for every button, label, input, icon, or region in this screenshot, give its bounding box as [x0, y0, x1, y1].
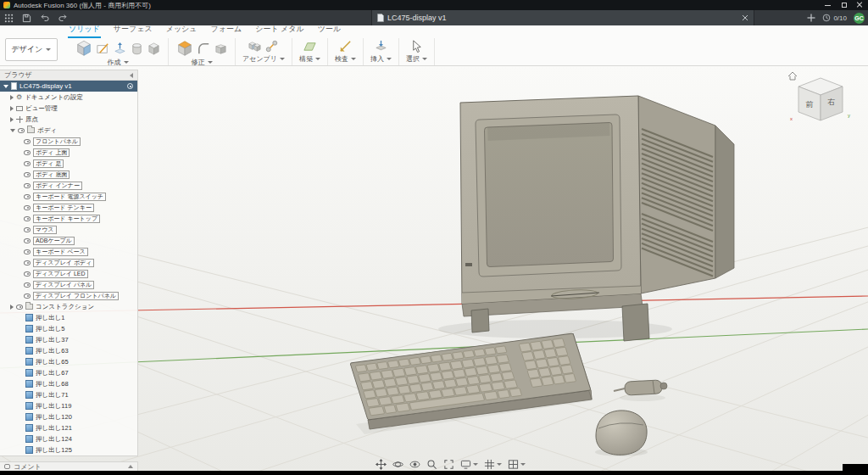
measure-icon[interactable] [338, 39, 353, 53]
visibility-eye-icon[interactable] [24, 282, 31, 288]
visibility-eye-icon[interactable] [24, 183, 31, 188]
orbit-icon[interactable] [392, 459, 403, 470]
browser-feature-item[interactable]: 押し出し124 [0, 433, 137, 444]
document-tab[interactable]: LC475-display v1 [371, 10, 754, 25]
browser-folder-construction[interactable]: コンストラクション [0, 301, 137, 312]
pan-icon[interactable] [376, 459, 387, 470]
inspect-menu[interactable]: 検査 [335, 54, 356, 64]
visibility-eye-icon[interactable] [24, 293, 31, 299]
viewports-menu[interactable] [508, 459, 526, 470]
browser-feature-item[interactable]: 押し出し121 [0, 422, 137, 433]
grid-settings-menu[interactable] [484, 459, 502, 470]
browser-body-item[interactable]: キーボード キートップ [0, 213, 137, 224]
modify-menu[interactable]: 修正 [192, 58, 213, 67]
ribbon-tab[interactable]: ソリッド [68, 23, 101, 38]
insert-menu[interactable]: 挿入 [370, 54, 392, 64]
joint-icon[interactable] [264, 39, 279, 53]
new-document-tab-button[interactable] [807, 10, 815, 25]
browser-header[interactable]: ブラウザ [0, 70, 137, 81]
ribbon-tab[interactable]: シート メタル [254, 23, 305, 38]
look-at-icon[interactable] [409, 459, 420, 470]
browser-feature-item[interactable]: 押し出し37 [0, 334, 137, 345]
visibility-eye-icon[interactable] [24, 205, 31, 210]
construction-plane-icon[interactable] [303, 39, 317, 53]
browser-feature-item[interactable]: 押し出し1 [0, 312, 137, 323]
construct-menu[interactable]: 構築 [299, 54, 320, 64]
minimize-button[interactable] [820, 0, 836, 10]
fit-icon[interactable] [443, 459, 454, 470]
browser-root-item[interactable]: LC475-display v1 [0, 81, 137, 92]
activate-component-icon[interactable] [127, 83, 133, 89]
ribbon-tab[interactable]: メッシュ [165, 23, 198, 38]
browser-body-item[interactable]: キーボード テンキー [0, 202, 137, 213]
expand-panel-icon[interactable] [128, 465, 133, 468]
visibility-eye-icon[interactable] [24, 238, 31, 243]
browser-feature-item[interactable]: 押し出し68 [0, 378, 137, 389]
browser-body-item[interactable]: ディスプレイ フロントパネル [0, 290, 137, 301]
visibility-eye-icon[interactable] [24, 249, 31, 254]
browser-feature-item[interactable]: 押し出し119 [0, 400, 137, 411]
save-icon[interactable] [18, 10, 36, 25]
browser-feature-item[interactable]: 押し出し71 [0, 389, 137, 400]
visibility-eye-icon[interactable] [24, 172, 31, 177]
browser-item-view-management[interactable]: ビュー管理 [0, 103, 137, 114]
ribbon-tab[interactable]: ツール [317, 23, 342, 38]
browser-feature-item[interactable]: 押し出し120 [0, 411, 137, 422]
job-status[interactable]: 0/10 [822, 14, 847, 22]
visibility-eye-icon[interactable] [18, 128, 25, 133]
zoom-icon[interactable] [426, 459, 437, 470]
create-sketch-icon[interactable] [96, 42, 110, 56]
extrude-icon[interactable] [113, 42, 127, 56]
visibility-eye-icon[interactable] [24, 260, 31, 265]
select-menu[interactable]: 選択 [406, 54, 427, 64]
browser-body-item[interactable]: フロントパネル [0, 136, 137, 147]
browser-feature-item[interactable]: 押し出し63 [0, 345, 137, 356]
model-mouse[interactable] [595, 411, 648, 456]
new-component-icon[interactable] [75, 39, 93, 58]
close-button[interactable] [852, 0, 868, 10]
visibility-eye-icon[interactable] [16, 305, 23, 310]
browser-item-origin[interactable]: 原点 [0, 114, 137, 125]
browser-body-item[interactable]: ADBケーブル [0, 235, 137, 246]
box-icon[interactable] [147, 42, 161, 56]
browser-body-item[interactable]: キーボード ベース [0, 246, 137, 257]
tab-close-icon[interactable] [742, 14, 748, 21]
workspace-selector[interactable]: デザイン [5, 38, 58, 61]
browser-folder-bodies[interactable]: ボディ [0, 125, 137, 136]
visibility-eye-icon[interactable] [24, 271, 31, 277]
maximize-button[interactable] [836, 0, 852, 10]
browser-feature-item[interactable]: 押し出し65 [0, 356, 137, 367]
visibility-eye-icon[interactable] [24, 139, 31, 144]
app-grid-menu-icon[interactable] [0, 10, 18, 25]
browser-body-item[interactable]: マウス [0, 224, 137, 235]
panel-collapse-icon[interactable] [130, 73, 133, 78]
assemble-menu[interactable]: アセンブリ [242, 54, 285, 64]
visibility-eye-icon[interactable] [24, 194, 31, 199]
browser-body-item[interactable]: ボディ 底面 [0, 169, 137, 180]
browser-feature-item[interactable]: 押し出し5 [0, 323, 137, 334]
browser-body-item[interactable]: ボディ インナー [0, 180, 137, 191]
ribbon-tab[interactable]: フォーム [210, 23, 243, 38]
browser-body-item[interactable]: ディスプレイ LED [0, 268, 137, 279]
cylinder-icon[interactable] [130, 42, 144, 56]
shell-icon[interactable] [214, 42, 228, 56]
ribbon-tab[interactable]: サーフェス [113, 23, 153, 38]
user-avatar[interactable]: GC [854, 13, 865, 24]
visibility-eye-icon[interactable] [24, 161, 31, 166]
visibility-eye-icon[interactable] [24, 227, 31, 232]
browser-feature-item[interactable]: 押し出し67 [0, 367, 137, 378]
create-menu[interactable]: 作成 [108, 58, 129, 67]
browser-feature-item[interactable]: 押し出し125 [0, 444, 137, 455]
browser-body-item[interactable]: ディスプレイ ボディ [0, 257, 137, 268]
view-cube[interactable]: 前 右 x y [785, 68, 858, 132]
browser-body-item[interactable]: ボディ 上面 [0, 147, 137, 158]
browser-body-item[interactable]: ボディ 足 [0, 158, 137, 169]
new-component-small-icon[interactable] [248, 39, 262, 53]
visibility-eye-icon[interactable] [24, 216, 31, 221]
undo-icon[interactable] [36, 10, 53, 25]
browser-body-item[interactable]: キーボード 電源スイッチ [0, 191, 137, 202]
home-view-icon[interactable] [788, 72, 797, 80]
browser-body-item[interactable]: ディスプレイ パネル [0, 279, 137, 290]
fillet-icon[interactable] [197, 42, 211, 56]
press-pull-icon[interactable] [175, 39, 194, 58]
